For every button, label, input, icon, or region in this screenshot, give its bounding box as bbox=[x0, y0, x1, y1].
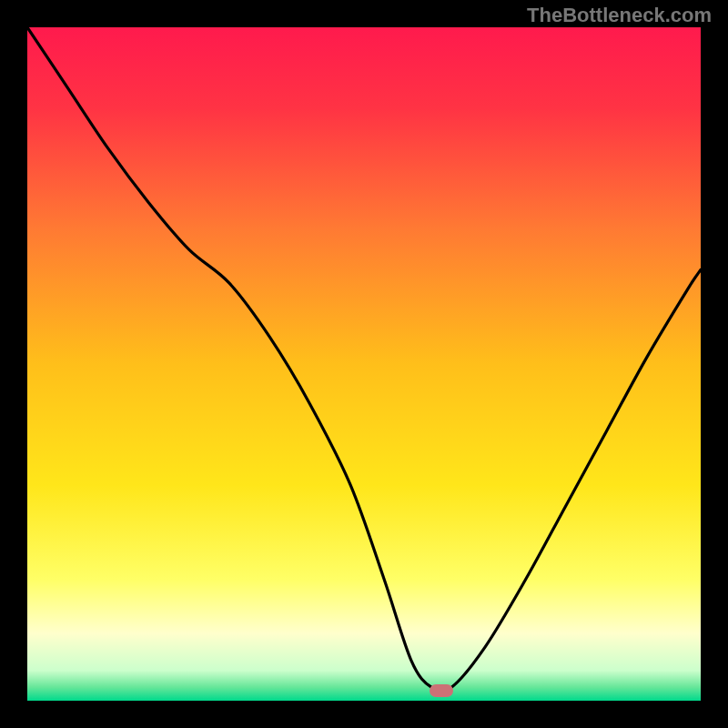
optimal-point-marker bbox=[430, 684, 453, 697]
chart-frame bbox=[27, 27, 701, 701]
chart-curve bbox=[27, 27, 701, 701]
watermark-text: TheBottleneck.com bbox=[527, 4, 712, 27]
